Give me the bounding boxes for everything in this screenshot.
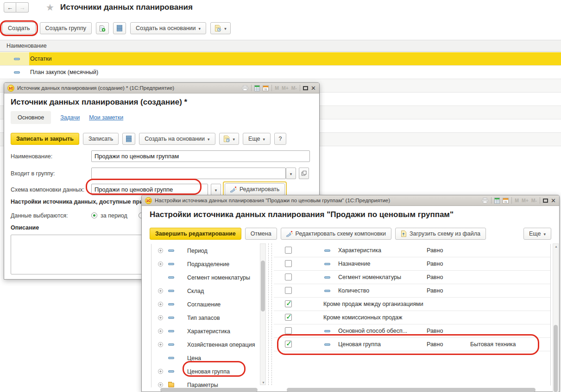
scroll-up-arrow-icon[interactable]	[553, 245, 559, 248]
print-icon[interactable]	[482, 198, 488, 203]
back-button[interactable]	[4, 2, 16, 12]
tree-item[interactable]: Соглашение	[151, 298, 260, 311]
save-and-close-button[interactable]: Записать и закрыть	[11, 133, 79, 145]
expand-plus-icon[interactable]	[158, 342, 163, 347]
dash-icon	[168, 330, 174, 332]
dialog2-titlebar[interactable]: 1С Настройки источника данных планирован…	[142, 195, 559, 206]
caret-down-icon	[215, 186, 217, 193]
tab-tasks[interactable]: Задачи	[60, 114, 80, 121]
tree-horizontal-scrollbar[interactable]	[160, 388, 258, 392]
print-icon[interactable]	[242, 85, 248, 91]
filters-vertical-scrollbar[interactable]	[553, 243, 559, 392]
filter-row[interactable]: НазначениеРавно	[274, 257, 550, 271]
tree-item[interactable]: Хозяйственная операция	[151, 338, 260, 351]
tree-item-label: Параметры	[187, 382, 218, 388]
filter-row[interactable]: ХарактеристикаРавно	[274, 244, 550, 257]
tree-item-label: Ценовая группа	[187, 368, 230, 375]
based-on-menu-button[interactable]	[219, 133, 240, 145]
edit-scheme-button[interactable]: Редактировать	[225, 183, 285, 195]
close-icon[interactable]	[551, 198, 556, 204]
journal-button[interactable]	[113, 22, 126, 34]
checkbox[interactable]	[285, 327, 292, 334]
checkbox[interactable]	[285, 314, 292, 321]
tree-item[interactable]: Период	[151, 244, 260, 257]
filter-row[interactable]: Ценовая группаРавноБытовая техника	[274, 338, 550, 351]
filters-scrollbar-thumb[interactable]	[554, 325, 558, 392]
expand-plus-icon[interactable]	[158, 315, 163, 320]
checkbox[interactable]	[285, 247, 292, 254]
calendar-icon[interactable]: 31	[503, 198, 509, 204]
new-item-copy-button[interactable]	[96, 22, 109, 34]
close-icon[interactable]	[311, 85, 316, 91]
favorite-star-icon[interactable]	[46, 2, 54, 13]
tree-item[interactable]: Цена	[151, 351, 260, 365]
dialog1-titlebar[interactable]: 1С Источник данных планирования (создани…	[4, 83, 319, 93]
tree-item[interactable]: Сегмент номенклатуры	[151, 271, 260, 284]
group-input[interactable]	[91, 168, 286, 179]
finish-editing-button[interactable]: Завершить редактирование	[150, 228, 241, 240]
checkbox[interactable]	[285, 260, 292, 267]
maximize-icon[interactable]	[303, 86, 308, 90]
tree-vertical-scrollbar[interactable]	[260, 243, 266, 385]
list-item[interactable]: Остатки	[0, 52, 561, 66]
filters-horizontal-scrollbar[interactable]	[287, 388, 536, 392]
scroll-down-arrow-icon[interactable]	[260, 381, 266, 384]
expand-plus-icon[interactable]	[158, 302, 163, 307]
tree-item[interactable]: Ценовая группа	[151, 365, 260, 378]
tree-scrollbar-thumb[interactable]	[261, 261, 265, 311]
journal-button[interactable]	[122, 133, 135, 145]
more-label: Еще	[248, 136, 260, 142]
checkbox[interactable]	[285, 287, 292, 294]
list-item[interactable]: План закупок (месячный)	[0, 66, 561, 79]
tree-item[interactable]: Склад	[151, 284, 260, 298]
save-button[interactable]: Записать	[83, 133, 119, 145]
calculator-icon[interactable]	[494, 198, 500, 204]
group-open-button[interactable]	[299, 168, 309, 179]
checkbox[interactable]	[285, 300, 292, 307]
tab-main[interactable]: Основное	[11, 111, 51, 124]
group-dropdown-button[interactable]	[286, 168, 296, 179]
create-based-on-button[interactable]: Создать на основании	[130, 22, 206, 34]
radio-for-period[interactable]	[91, 212, 97, 218]
list-column-header[interactable]: Наименование	[0, 40, 561, 52]
expand-plus-icon[interactable]	[158, 382, 163, 387]
calculator-icon[interactable]	[254, 85, 260, 91]
expand-plus-icon[interactable]	[158, 248, 163, 253]
tree-item[interactable]: Подразделение	[151, 257, 260, 271]
cancel-button[interactable]: Отмена	[245, 228, 277, 240]
filter-row[interactable]: Кроме комиссионных продаж	[274, 311, 550, 324]
scheme-input[interactable]: Продажи по ценовой группе	[91, 184, 208, 195]
filter-row[interactable]: Кроме продаж между организациями	[274, 298, 550, 311]
panel-splitter[interactable]	[268, 243, 272, 385]
filter-row[interactable]: Сегмент номенклатурыРавно	[274, 271, 550, 284]
maximize-icon[interactable]	[543, 199, 548, 203]
name-input[interactable]: Продажи по ценовым группам	[91, 150, 310, 162]
expand-plus-icon[interactable]	[158, 369, 163, 374]
create-group-button[interactable]: Создать группу	[40, 22, 92, 34]
checkbox[interactable]	[285, 341, 292, 348]
checkbox[interactable]	[285, 274, 292, 280]
edit-layout-scheme-button[interactable]: Редактировать схему компоновки	[281, 228, 391, 240]
tab-my-notes[interactable]: Мои заметки	[89, 114, 123, 121]
expand-plus-icon[interactable]	[158, 261, 163, 267]
tree-item[interactable]: Тип запасов	[151, 311, 260, 324]
forward-button[interactable]	[16, 2, 29, 12]
based-on-menu-button[interactable]	[210, 22, 231, 34]
tree-item-label: Характеристика	[187, 328, 230, 335]
more-button[interactable]: Еще	[523, 228, 551, 240]
expand-plus-icon[interactable]	[158, 329, 163, 334]
load-scheme-button[interactable]: Загрузить схему из файла	[395, 228, 486, 240]
tree-item[interactable]: Характеристика	[151, 324, 260, 338]
filter-row[interactable]: КоличествоРавно	[274, 284, 550, 298]
help-button[interactable]: ?	[274, 133, 286, 145]
create-based-on-button[interactable]: Создать на основании	[139, 133, 215, 145]
calendar-icon[interactable]: 31	[263, 85, 269, 91]
expand-plus-icon[interactable]	[158, 288, 163, 293]
radio-for-period-label[interactable]: за период	[101, 212, 127, 219]
scheme-field-label: Схема компоновки данных:	[11, 187, 84, 193]
memory-m-button: M	[275, 85, 279, 91]
more-button[interactable]: Еще	[243, 133, 271, 145]
create-button[interactable]: Создать	[2, 22, 36, 34]
scheme-dropdown-button[interactable]	[211, 184, 221, 195]
filter-row[interactable]: Основной способ обесп...Равно	[274, 324, 550, 338]
